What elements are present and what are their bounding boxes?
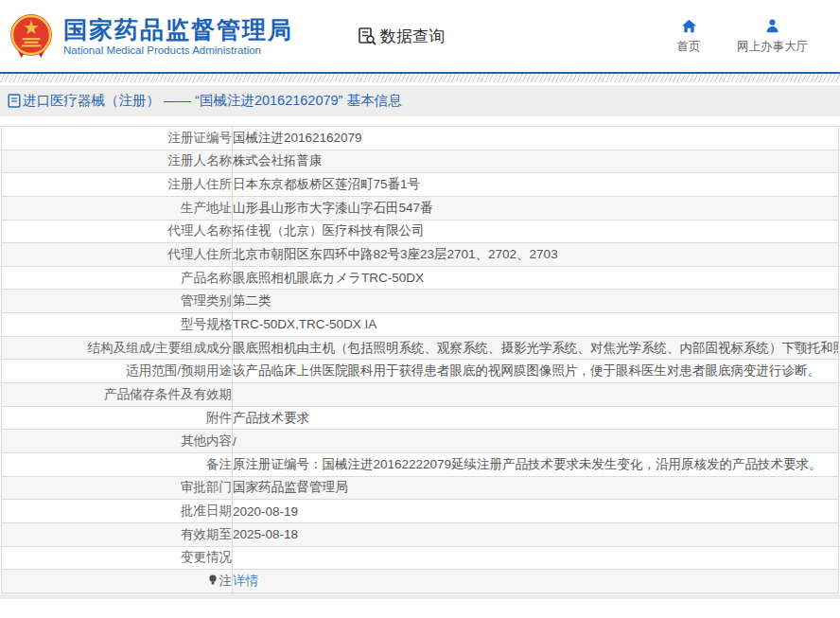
breadcrumb: 进口医疗器械（注册） —— “国械注进20162162079” 基本信息 [0, 85, 840, 116]
site-header: 国家药品监督管理局 National Medical Products Admi… [0, 0, 840, 72]
row-value: 日本东京都板桥区莲沼町75番1号 [233, 173, 839, 197]
row-value-text: 日本东京都板桥区莲沼町75番1号 [233, 177, 420, 191]
row-value: 原注册证编号：国械注进20162222079延续注册产品技术要求未发生变化，沿用… [233, 452, 839, 476]
row-value-text: 眼底照相机眼底カメラTRC-50DX [233, 271, 424, 285]
table-row: 注详情 [2, 570, 839, 593]
row-label: 注册人住所 [2, 173, 233, 197]
row-label: 附件 [2, 406, 233, 430]
row-label: 审批部门 [2, 476, 233, 500]
row-label: 代理人名称 [2, 220, 233, 243]
row-label: 代理人住所 [2, 243, 233, 267]
info-table-body: 注册证编号国械注进20162162079注册人名称株式会社拓普康注册人住所日本东… [2, 127, 839, 593]
row-label: 注 [2, 570, 233, 593]
row-label: 变更情况 [2, 546, 233, 570]
row-label-text: 管理类别 [181, 293, 232, 308]
table-row: 备注原注册证编号：国械注进20162222079延续注册产品技术要求未发生变化，… [2, 452, 839, 476]
row-label: 型号规格 [2, 313, 233, 337]
nav-home[interactable]: 首页 [669, 18, 709, 55]
table-row: 代理人住所北京市朝阳区东四环中路82号3座23层2701、2702、2703 [2, 243, 839, 267]
table-row: 代理人名称拓佳视（北京）医疗科技有限公司 [2, 220, 839, 243]
row-value-text: 第二类 [233, 293, 271, 308]
row-label-text: 有效期至 [181, 527, 232, 541]
row-value-text: 2025-08-18 [233, 527, 298, 541]
service-hall-label: 网上办事大厅 [737, 39, 808, 55]
row-label: 注册证编号 [2, 127, 233, 150]
row-value-text: 国械注进20162162079 [233, 131, 362, 145]
row-label: 生产地址 [2, 196, 233, 220]
row-label-text: 备注 [206, 457, 232, 471]
table-row: 管理类别第二类 [2, 290, 839, 313]
table-row: 产品名称眼底照相机眼底カメラTRC-50DX [2, 266, 839, 290]
table-row: 审批部门国家药品监督管理局 [2, 476, 839, 500]
table-row: 型号规格TRC-50DX,TRC-50DX IA [2, 313, 839, 337]
row-label: 适用范围/预期用途 [2, 360, 233, 383]
table-row: 注册人住所日本东京都板桥区莲沼町75番1号 [2, 173, 839, 197]
row-value-text: 国家药品监督管理局 [233, 480, 348, 494]
row-label: 备注 [2, 452, 233, 476]
details-link[interactable]: 详情 [233, 574, 258, 588]
row-label: 注册人名称 [2, 150, 233, 173]
row-label: 管理类别 [2, 290, 233, 313]
table-row: 注册证编号国械注进20162162079 [2, 127, 839, 150]
home-label: 首页 [677, 39, 701, 55]
data-query-icon [358, 26, 376, 45]
row-value: / [233, 430, 839, 453]
row-value: 株式会社拓普康 [233, 150, 839, 173]
site-subtitle: National Medical Products Administration [63, 44, 293, 56]
row-value: 详情 [233, 570, 839, 593]
row-value-text: 产品技术要求 [233, 411, 309, 425]
data-query-label: 数据查询 [380, 26, 445, 47]
row-value: 产品技术要求 [233, 406, 839, 430]
row-value-text: 该产品临床上供医院眼科用于获得患者眼底的视网膜图像照片，便于眼科医生对患者眼底病… [233, 363, 820, 378]
row-value: 拓佳视（北京）医疗科技有限公司 [233, 220, 839, 243]
row-value-text: / [233, 434, 236, 449]
row-value-text: 原注册证编号：国械注进20162222079延续注册产品技术要求未发生变化，沿用… [233, 457, 822, 471]
row-value-text: 眼底照相机由主机（包括照明系统、观察系统、摄影光学系统、对焦光学系统、内部固视标… [233, 341, 839, 355]
row-label-text: 结构及组成/主要组成成分 [88, 341, 232, 355]
row-label-text: 型号规格 [181, 317, 232, 331]
row-value: 国家药品监督管理局 [233, 476, 839, 500]
row-label-text: 代理人住所 [168, 247, 233, 261]
table-row: 附件产品技术要求 [2, 406, 839, 430]
nav-data-query[interactable]: 数据查询 [358, 26, 445, 47]
row-value [233, 546, 839, 570]
row-label: 其他内容 [2, 430, 233, 453]
header-stripe-band [0, 74, 840, 82]
row-value-text: 拓佳视（北京）医疗科技有限公司 [233, 223, 425, 238]
table-row: 注册人名称株式会社拓普康 [2, 150, 839, 173]
row-label: 产品名称 [2, 266, 233, 290]
row-value: 眼底照相机眼底カメラTRC-50DX [233, 266, 839, 290]
row-label-text: 变更情况 [181, 550, 232, 564]
row-label: 结构及组成/主要组成成分 [2, 336, 233, 360]
row-label-text: 注册人名称 [168, 153, 233, 168]
row-value: 该产品临床上供医院眼科用于获得患者眼底的视网膜图像照片，便于眼科医生对患者眼底病… [233, 360, 839, 383]
row-value: TRC-50DX,TRC-50DX IA [233, 313, 839, 337]
row-value: 山形县山形市大字漆山字石田547番 [233, 196, 839, 220]
breadcrumb-text: 进口医疗器械（注册） —— “国械注进20162162079” 基本信息 [23, 92, 401, 110]
home-icon [681, 18, 697, 34]
table-row: 其他内容/ [2, 430, 839, 453]
table-row: 有效期至2025-08-18 [2, 522, 839, 546]
row-value: 2025-08-18 [233, 522, 839, 546]
row-label: 产品储存条件及有效期 [2, 383, 233, 407]
row-label-text: 生产地址 [181, 201, 232, 215]
row-label-text: 附件 [206, 411, 232, 425]
row-label: 批准日期 [2, 500, 233, 523]
row-value-text: 2020-08-19 [233, 504, 298, 519]
row-value-text: TRC-50DX,TRC-50DX IA [233, 317, 376, 331]
table-row: 结构及组成/主要组成成分眼底照相机由主机（包括照明系统、观察系统、摄影光学系统、… [2, 336, 839, 360]
table-row: 生产地址山形县山形市大字漆山字石田547番 [2, 196, 839, 220]
row-label-text: 产品储存条件及有效期 [104, 387, 232, 401]
row-label-text: 注 [219, 574, 233, 588]
nmpa-emblem-logo [8, 12, 55, 60]
nav-service-hall[interactable]: 网上办事大厅 [737, 18, 808, 55]
info-table: 注册证编号国械注进20162162079注册人名称株式会社拓普康注册人住所日本东… [1, 126, 839, 593]
bulb-icon [208, 574, 218, 589]
table-row: 变更情况 [2, 546, 839, 570]
row-label-text: 适用范围/预期用途 [126, 363, 232, 378]
row-value-text: 北京市朝阳区东四环中路82号3座23层2701、2702、2703 [233, 247, 558, 261]
bottom-strip [0, 593, 840, 599]
table-row: 批准日期2020-08-19 [2, 500, 839, 523]
row-label-text: 审批部门 [181, 480, 232, 494]
table-row: 产品储存条件及有效期 [2, 383, 839, 407]
